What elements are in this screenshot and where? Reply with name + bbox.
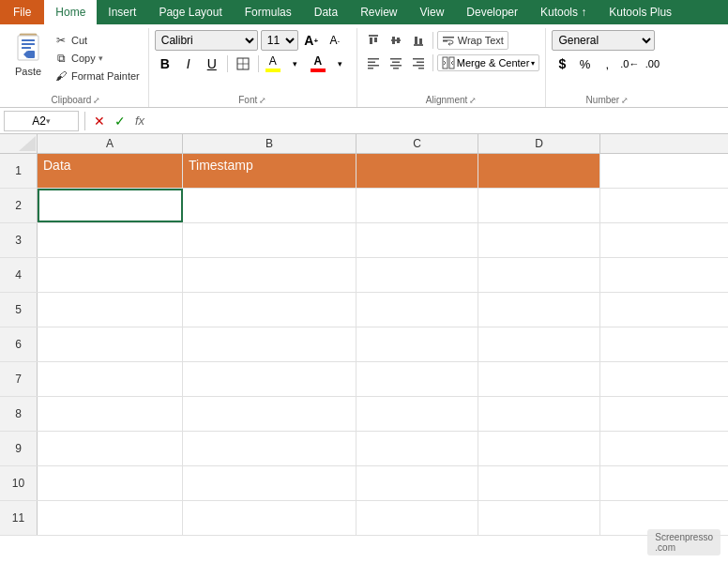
decrease-font-button[interactable]: A-	[325, 30, 345, 51]
cell-a8[interactable]	[38, 397, 183, 431]
cell-d3[interactable]	[478, 223, 600, 257]
align-right-button[interactable]	[408, 53, 429, 73]
cell-c3[interactable]	[356, 223, 478, 257]
clipboard-expand[interactable]: ⤢	[93, 96, 100, 105]
decrease-decimal-button[interactable]: .0←	[619, 53, 640, 74]
cell-b5[interactable]	[183, 293, 356, 327]
align-bottom-button[interactable]	[408, 30, 429, 51]
bold-button[interactable]: B	[155, 53, 175, 74]
merge-center-button[interactable]: Merge & Center ▾	[437, 54, 540, 71]
cell-b7[interactable]	[183, 362, 356, 396]
formula-input[interactable]	[151, 111, 724, 131]
highlight-dropdown[interactable]: ▾	[285, 53, 306, 74]
copy-dropdown[interactable]: ▾	[99, 53, 103, 63]
row-number-1[interactable]: 1	[0, 154, 38, 188]
italic-button[interactable]: I	[178, 53, 199, 74]
cell-c9[interactable]	[356, 432, 478, 465]
formula-confirm-button[interactable]: ✓	[112, 114, 129, 129]
cell-b11[interactable]	[183, 501, 356, 535]
cell-d7[interactable]	[478, 362, 600, 396]
percent-button[interactable]: %	[574, 53, 595, 74]
row-number-5[interactable]: 5	[0, 293, 38, 327]
paste-button[interactable]: Paste	[9, 30, 47, 79]
cell-b9[interactable]	[183, 432, 356, 465]
menu-view[interactable]: View	[409, 0, 456, 24]
cell-a7[interactable]	[38, 362, 183, 396]
increase-decimal-button[interactable]: .00	[642, 53, 662, 74]
cell-a3[interactable]	[38, 223, 183, 257]
row-number-6[interactable]: 6	[0, 327, 38, 361]
font-color-dropdown[interactable]: ▾	[330, 53, 351, 74]
cell-d10[interactable]	[478, 466, 600, 500]
cell-c11[interactable]	[356, 501, 478, 535]
underline-button[interactable]: U	[202, 53, 222, 74]
col-header-c[interactable]: C	[356, 134, 478, 153]
font-name-select[interactable]: Calibri	[155, 30, 258, 51]
comma-button[interactable]: ,	[597, 53, 617, 74]
menu-kutools[interactable]: Kutools ↑	[529, 0, 598, 24]
cell-d11[interactable]	[478, 501, 600, 535]
font-expand[interactable]: ⤢	[259, 96, 266, 105]
cell-d1[interactable]	[478, 154, 600, 188]
menu-review[interactable]: Review	[349, 0, 408, 24]
cell-c7[interactable]	[356, 362, 478, 396]
cell-c2[interactable]	[356, 189, 478, 222]
col-header-b[interactable]: B	[183, 134, 356, 153]
col-header-d[interactable]: D	[478, 134, 600, 153]
row-number-3[interactable]: 3	[0, 223, 38, 257]
copy-button[interactable]: ⧉ Copy ▾	[51, 50, 143, 67]
cell-a10[interactable]	[38, 466, 183, 500]
cell-a9[interactable]	[38, 432, 183, 465]
cell-b4[interactable]	[183, 258, 356, 292]
row-number-11[interactable]: 11	[0, 501, 38, 535]
menu-developer[interactable]: Developer	[455, 0, 529, 24]
format-painter-button[interactable]: 🖌 Format Painter	[51, 68, 143, 84]
cell-b8[interactable]	[183, 397, 356, 431]
cell-d2[interactable]	[478, 189, 600, 222]
align-left-button[interactable]	[363, 53, 384, 73]
formula-cancel-button[interactable]: ✕	[91, 114, 108, 129]
wrap-text-button[interactable]: Wrap Text	[437, 31, 508, 50]
alignment-expand[interactable]: ⤢	[469, 96, 477, 105]
font-color-button[interactable]: A	[309, 53, 327, 74]
cell-a4[interactable]	[38, 258, 183, 292]
highlight-color-button[interactable]: A	[264, 53, 282, 74]
menu-kutools-plus[interactable]: Kutools Plus	[598, 0, 683, 24]
row-number-7[interactable]: 7	[0, 362, 38, 396]
cell-b1[interactable]: Timestamp	[183, 154, 356, 188]
formula-fx-button[interactable]: fx	[132, 114, 147, 128]
cell-c4[interactable]	[356, 258, 478, 292]
cut-button[interactable]: ✂ Cut	[51, 32, 143, 49]
align-middle-button[interactable]	[386, 30, 406, 51]
menu-insert[interactable]: Insert	[97, 0, 147, 24]
cell-reference-box[interactable]: A2 ▾	[4, 111, 79, 131]
row-number-8[interactable]: 8	[0, 397, 38, 431]
align-center-button[interactable]	[386, 53, 406, 73]
cell-d5[interactable]	[478, 293, 600, 327]
row-number-10[interactable]: 10	[0, 466, 38, 500]
row-number-9[interactable]: 9	[0, 432, 38, 465]
merge-dropdown-arrow[interactable]: ▾	[531, 59, 535, 68]
cell-d8[interactable]	[478, 397, 600, 431]
menu-file[interactable]: File	[0, 0, 44, 24]
number-expand[interactable]: ⤢	[621, 96, 629, 105]
menu-data[interactable]: Data	[303, 0, 349, 24]
cell-b3[interactable]	[183, 223, 356, 257]
cell-c6[interactable]	[356, 327, 478, 361]
menu-home[interactable]: Home	[44, 0, 97, 24]
cell-c10[interactable]	[356, 466, 478, 500]
col-header-a[interactable]: A	[38, 134, 183, 153]
cell-c8[interactable]	[356, 397, 478, 431]
cell-b6[interactable]	[183, 327, 356, 361]
menu-page-layout[interactable]: Page Layout	[147, 0, 233, 24]
cell-d9[interactable]	[478, 432, 600, 465]
cell-ref-dropdown[interactable]: ▾	[46, 116, 51, 126]
align-top-button[interactable]	[363, 30, 384, 51]
row-number-4[interactable]: 4	[0, 258, 38, 292]
cell-b10[interactable]	[183, 466, 356, 500]
font-size-select[interactable]: 11	[261, 30, 298, 51]
border-button[interactable]	[233, 53, 253, 74]
row-number-2[interactable]: 2	[0, 189, 38, 222]
cell-c5[interactable]	[356, 293, 478, 327]
cell-d4[interactable]	[478, 258, 600, 292]
